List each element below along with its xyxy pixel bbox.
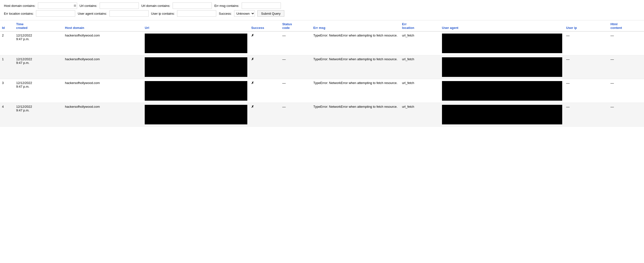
col-header-userip[interactable]: User ip (564, 20, 608, 31)
col-header-url[interactable]: Url (143, 20, 249, 31)
cell-errloc: url_fetch (400, 55, 440, 79)
url-redacted (145, 105, 247, 124)
cell-useragent (440, 55, 564, 79)
url-redacted (145, 81, 247, 101)
url-label: Url contains: (80, 4, 97, 8)
table-wrap: Id Timecreated Host domain Url Success S… (0, 20, 644, 126)
col-header-host[interactable]: Host domain (63, 20, 143, 31)
cell-host: hackersofhollywood.com (63, 31, 143, 55)
cell-url (143, 31, 249, 55)
err-msg-label: Err msg contains: (214, 4, 239, 8)
table-row: 412/12/2022 9:47 p.m.hackersofhollywood.… (0, 103, 644, 126)
cell-useragent (440, 79, 564, 103)
url-domain-label: Url domain contains: (141, 4, 170, 8)
cell-errmsg: TypeError: NetworkError when attempting … (311, 79, 400, 103)
cell-status: — (280, 55, 312, 79)
cell-time: 12/12/2022 9:47 p.m. (14, 55, 63, 79)
useragent-redacted (442, 81, 562, 101)
cell-success: ✗ (249, 79, 280, 103)
cell-host: hackersofhollywood.com (63, 103, 143, 126)
cell-host: hackersofhollywood.com (63, 79, 143, 103)
url-redacted (145, 34, 247, 53)
cell-userip: — (564, 31, 608, 55)
cell-time: 12/12/2022 9:47 p.m. (14, 79, 63, 103)
main-table: Id Timecreated Host domain Url Success S… (0, 20, 644, 126)
filter-bar: Host domain contains: ⊞ Url contains: Ur… (0, 0, 644, 20)
user-agent-label: User agent contains: (78, 12, 107, 16)
col-header-html[interactable]: Htmlcontent (608, 20, 644, 31)
cell-host: hackersofhollywood.com (63, 55, 143, 79)
cell-errloc: url_fetch (400, 103, 440, 126)
user-ip-input[interactable] (177, 10, 216, 17)
col-header-useragent[interactable]: User agent (440, 20, 564, 31)
cell-html: — (608, 103, 644, 126)
col-header-success[interactable]: Success (249, 20, 280, 31)
cell-errloc: url_fetch (400, 79, 440, 103)
cell-status: — (280, 103, 312, 126)
err-msg-input[interactable] (242, 2, 281, 9)
cell-errmsg: TypeError: NetworkError when attempting … (311, 103, 400, 126)
cell-errmsg: TypeError: NetworkError when attempting … (311, 55, 400, 79)
cell-id: 4 (0, 103, 14, 126)
filter-row-2: Err location contains: User agent contai… (4, 10, 640, 17)
cell-success: ✗ (249, 55, 280, 79)
cell-userip: — (564, 79, 608, 103)
host-domain-input-wrap: ⊞ (38, 2, 77, 9)
table-row: 312/12/2022 9:47 p.m.hackersofhollywood.… (0, 79, 644, 103)
table-header-row: Id Timecreated Host domain Url Success S… (0, 20, 644, 31)
cell-useragent (440, 103, 564, 126)
url-redacted (145, 57, 247, 77)
cell-errloc: url_fetch (400, 31, 440, 55)
cell-userip: — (564, 55, 608, 79)
success-label: Success: (219, 12, 232, 16)
host-domain-input[interactable] (38, 2, 77, 9)
useragent-redacted (442, 105, 562, 124)
cell-url (143, 79, 249, 103)
col-header-errloc[interactable]: Errlocation (400, 20, 440, 31)
cell-status: — (280, 31, 312, 55)
cell-status: — (280, 79, 312, 103)
user-ip-label: User ip contains: (151, 12, 175, 16)
col-header-status[interactable]: Statuscode (280, 20, 312, 31)
cell-success: ✗ (249, 31, 280, 55)
filter-row-1: Host domain contains: ⊞ Url contains: Ur… (4, 2, 640, 9)
cell-html: — (608, 79, 644, 103)
cell-html: — (608, 31, 644, 55)
host-domain-label: Host domain contains: (4, 4, 36, 8)
submit-button[interactable]: Submit Query (257, 10, 284, 17)
err-location-input[interactable] (36, 10, 75, 17)
cell-url (143, 55, 249, 79)
cell-id: 3 (0, 79, 14, 103)
cell-id: 2 (0, 31, 14, 55)
useragent-redacted (442, 57, 562, 77)
useragent-redacted (442, 34, 562, 53)
col-header-errmsg[interactable]: Err msg (311, 20, 400, 31)
cell-userip: — (564, 103, 608, 126)
table-row: 112/12/2022 9:47 p.m.hackersofhollywood.… (0, 55, 644, 79)
url-domain-input[interactable] (173, 2, 212, 9)
cell-time: 12/12/2022 9:47 p.m. (14, 31, 63, 55)
cell-url (143, 103, 249, 126)
col-header-id: Id (0, 20, 14, 31)
cell-html: — (608, 55, 644, 79)
cell-success: ✗ (249, 103, 280, 126)
cell-time: 12/12/2022 9:47 p.m. (14, 103, 63, 126)
url-input[interactable] (100, 2, 139, 9)
col-header-time[interactable]: Timecreated (14, 20, 63, 31)
success-select[interactable]: Unknown Yes No (234, 10, 255, 17)
cell-id: 1 (0, 55, 14, 79)
err-location-label: Err location contains: (4, 12, 34, 16)
user-agent-input[interactable] (110, 10, 149, 17)
cell-errmsg: TypeError: NetworkError when attempting … (311, 31, 400, 55)
cell-useragent (440, 31, 564, 55)
table-row: 212/12/2022 9:47 p.m.hackersofhollywood.… (0, 31, 644, 55)
